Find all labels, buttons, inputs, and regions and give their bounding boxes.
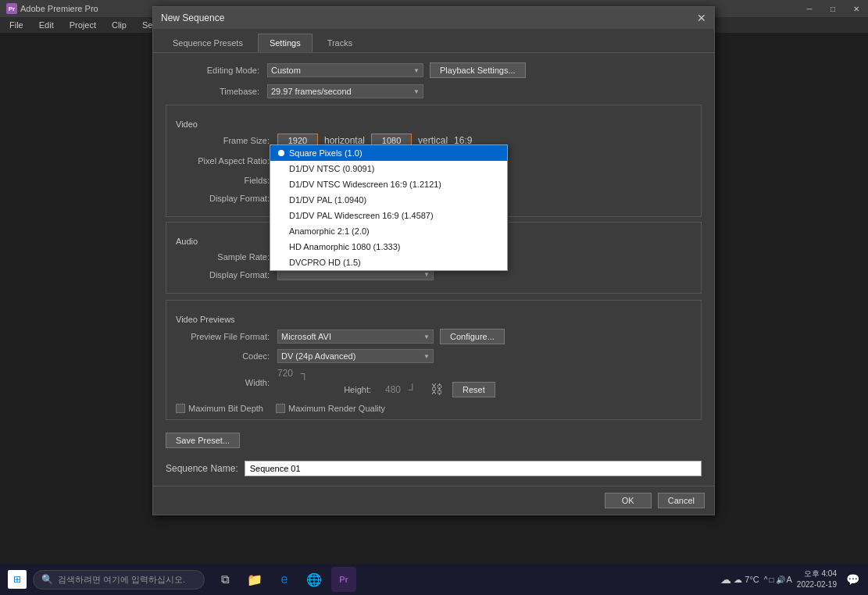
file-explorer-icon[interactable]: 📁 xyxy=(242,567,267,592)
start-button[interactable]: ⊞ xyxy=(5,567,30,592)
playback-settings-button[interactable]: Playback Settings... xyxy=(430,62,526,78)
menu-file[interactable]: File xyxy=(6,19,27,31)
video-previews-header: Video Previews xyxy=(176,315,691,324)
max-bit-depth-checkbox-label[interactable]: Maximum Bit Depth xyxy=(176,404,263,413)
windows-logo[interactable]: ⊞ xyxy=(8,570,27,589)
video-previews-section: Video Previews Preview File Format: Micr… xyxy=(166,300,702,420)
timebase-arrow: ▼ xyxy=(413,88,420,95)
codec-dropdown[interactable]: DV (24p Advanced) ▼ xyxy=(277,349,434,363)
pixel-aspect-option-0[interactable]: Square Pixels (1.0) xyxy=(270,145,507,161)
date-display: 2022-02-19 xyxy=(797,579,837,590)
max-render-quality-checkbox-label[interactable]: Maximum Render Quality xyxy=(276,404,385,413)
video-section-header: Video xyxy=(176,119,691,129)
dialog-title-bar: New Sequence ✕ xyxy=(153,7,714,29)
close-button[interactable]: ✕ xyxy=(845,0,868,17)
preview-format-arrow: ▼ xyxy=(423,333,430,340)
sample-rate-label: Sample Rate: xyxy=(176,252,277,262)
pixel-aspect-option-3[interactable]: D1/DV PAL (1.0940) xyxy=(270,192,507,208)
pixel-aspect-option-1[interactable]: D1/DV NTSC (0.9091) xyxy=(270,161,507,176)
codec-arrow: ▼ xyxy=(423,353,430,360)
preview-file-format-label: Preview File Format: xyxy=(176,332,277,341)
pixel-aspect-option-2[interactable]: D1/DV NTSC Widescreen 16:9 (1.2121) xyxy=(270,176,507,192)
preview-file-format-row: Preview File Format: Microsoft AVI ▼ Con… xyxy=(176,329,691,344)
dialog-footer: OK Cancel xyxy=(153,486,714,515)
width-label: Width: xyxy=(176,378,277,387)
width-value: 720 xyxy=(277,368,293,379)
edge-icon[interactable]: e xyxy=(272,567,297,592)
ok-button[interactable]: OK xyxy=(605,493,652,508)
codec-label: Codec: xyxy=(176,351,277,361)
codec-control: DV (24p Advanced) ▼ xyxy=(277,349,434,363)
app-icon: Pr xyxy=(6,3,17,14)
taskview-icon[interactable]: ⧉ xyxy=(213,567,238,592)
selected-dot xyxy=(278,150,284,156)
sequence-name-row: Sequence Name: xyxy=(166,461,702,476)
pixel-aspect-option-5[interactable]: Anamorphic 2:1 (2.0) xyxy=(270,223,507,239)
pixel-aspect-option-4[interactable]: D1/DV PAL Widescreen 16:9 (1.4587) xyxy=(270,208,507,223)
width-control: 720 ┐ Height: 480 ┘ ⛓ xyxy=(277,368,495,397)
height-label-inline: Height: xyxy=(277,385,379,394)
timebase-row: Timebase: 29.97 frames/second ▼ xyxy=(166,84,702,98)
chrome-icon[interactable]: 🌐 xyxy=(302,567,327,592)
preview-file-format-control: Microsoft AVI ▼ Configure... xyxy=(277,329,505,344)
tab-sequence-presets[interactable]: Sequence Presets xyxy=(161,34,255,52)
quality-options-row: Maximum Bit Depth Maximum Render Quality xyxy=(176,404,691,413)
save-preset-area: Save Preset... xyxy=(166,426,702,454)
taskbar-right-area: ☁ ☁ 7°C ^ □ 🔊 A 오후 4:04 2022-02-19 💬 xyxy=(720,567,863,592)
tab-settings[interactable]: Settings xyxy=(258,34,313,52)
menu-edit[interactable]: Edit xyxy=(36,19,57,31)
pixel-aspect-option-7[interactable]: DVCPRO HD (1.5) xyxy=(270,255,507,270)
app-title: Pr Adobe Premiere Pro xyxy=(6,3,98,14)
timebase-control: 29.97 frames/second ▼ xyxy=(267,84,423,98)
fields-label: Fields: xyxy=(176,176,277,185)
premiere-taskbar-icon[interactable]: Pr xyxy=(331,567,356,592)
system-tray: ^ □ 🔊 A xyxy=(764,575,792,584)
dialog-title-text: New Sequence xyxy=(161,12,224,23)
pixel-aspect-popup: Square Pixels (1.0) D1/DV NTSC (0.9091) … xyxy=(270,144,508,271)
save-preset-button[interactable]: Save Preset... xyxy=(166,433,240,448)
editing-mode-dropdown[interactable]: Custom ▼ xyxy=(267,63,423,77)
preview-file-format-dropdown[interactable]: Microsoft AVI ▼ xyxy=(277,330,434,344)
clock[interactable]: 오후 4:04 2022-02-19 xyxy=(797,568,837,590)
time-display: 오후 4:04 xyxy=(797,568,837,579)
search-placeholder-text: 검색하려면 여기에 입력하십시오. xyxy=(58,574,185,586)
search-icon: 🔍 xyxy=(41,574,53,585)
timebase-label: Timebase: xyxy=(166,87,267,96)
sequence-name-input[interactable] xyxy=(245,461,702,476)
maximize-button[interactable]: □ xyxy=(821,0,845,17)
tab-tracks[interactable]: Tracks xyxy=(316,34,365,52)
pixel-aspect-label: Pixel Aspect Ratio: xyxy=(176,156,277,166)
codec-row: Codec: DV (24p Advanced) ▼ xyxy=(176,349,691,363)
dialog-close-button[interactable]: ✕ xyxy=(697,12,706,24)
taskbar-search-box[interactable]: 🔍 검색하려면 여기에 입력하십시오. xyxy=(33,570,205,590)
display-format-video-label: Display Format: xyxy=(176,194,277,203)
max-render-quality-checkbox[interactable] xyxy=(276,404,285,413)
window-controls[interactable]: ─ □ ✕ xyxy=(798,0,868,17)
max-bit-depth-checkbox[interactable] xyxy=(176,404,185,413)
reset-button[interactable]: Reset xyxy=(452,382,495,397)
cancel-button[interactable]: Cancel xyxy=(658,493,705,508)
sequence-name-label: Sequence Name: xyxy=(166,463,238,474)
menu-clip[interactable]: Clip xyxy=(109,19,130,31)
timebase-dropdown[interactable]: 29.97 frames/second ▼ xyxy=(267,84,423,98)
taskbar-app-icons: ⧉ 📁 e 🌐 Pr xyxy=(213,567,356,592)
editing-mode-arrow: ▼ xyxy=(413,67,420,74)
display-format-audio-arrow: ▼ xyxy=(423,271,430,278)
taskbar: ⊞ 🔍 검색하려면 여기에 입력하십시오. ⧉ 📁 e 🌐 Pr ☁ ☁ 7°C… xyxy=(0,564,868,595)
frame-size-label: Frame Size: xyxy=(176,136,277,145)
notification-button[interactable]: 💬 xyxy=(841,567,863,592)
display-format-audio-label: Display Format: xyxy=(176,270,277,280)
pixel-aspect-option-6[interactable]: HD Anamorphic 1080 (1.333) xyxy=(270,239,507,255)
editing-mode-row: Editing Mode: Custom ▼ Playback Settings… xyxy=(166,62,702,78)
menu-project[interactable]: Project xyxy=(66,19,99,31)
width-row: Width: 720 ┐ Height: 480 ┘ xyxy=(176,368,691,397)
dialog-tabs: Sequence Presets Settings Tracks xyxy=(153,29,714,53)
editing-mode-label: Editing Mode: xyxy=(166,66,267,75)
height-value: 480 xyxy=(385,384,401,395)
weather-widget[interactable]: ☁ ☁ 7°C xyxy=(720,573,759,586)
minimize-button[interactable]: ─ xyxy=(798,0,821,17)
editing-mode-control: Custom ▼ Playback Settings... xyxy=(267,62,526,78)
configure-button[interactable]: Configure... xyxy=(440,329,505,344)
